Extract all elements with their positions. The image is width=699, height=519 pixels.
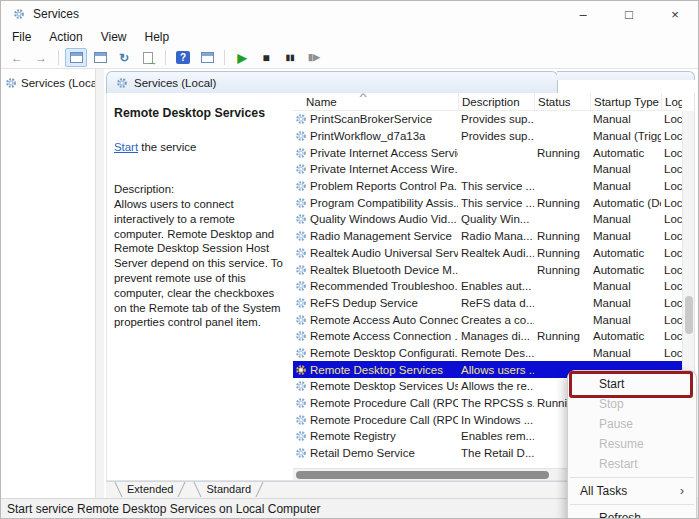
service-description: Enables rem... <box>458 430 534 442</box>
stop-service-button[interactable]: ■ <box>255 48 277 67</box>
export-list-button[interactable]: → <box>137 48 159 67</box>
properties-button[interactable] <box>89 48 111 67</box>
column-header-label: Description <box>462 96 520 108</box>
context-menu-label: Pause <box>599 417 633 431</box>
menu-view[interactable]: View <box>92 28 136 46</box>
service-startup-type: Manual <box>590 297 661 309</box>
service-name: ReFS Dedup Service <box>310 297 418 309</box>
context-menu-item-resume: Resume <box>568 434 696 454</box>
column-header-name[interactable]: Name^ <box>293 93 458 110</box>
service-name: Remote Procedure Call (RPC) <box>310 397 458 409</box>
pause-service-button[interactable]: ▮▮ <box>279 48 301 67</box>
service-startup-type: Manual <box>590 280 661 292</box>
service-status: Running <box>534 247 590 259</box>
service-startup-type: Manual <box>590 314 661 326</box>
start-service-link[interactable]: Start <box>114 141 138 153</box>
horizontal-scrollbar-thumb[interactable] <box>296 471 549 479</box>
maximize-button[interactable]: □ <box>606 1 652 27</box>
service-description: Realtek Audi... <box>458 247 534 259</box>
toolbar-separator <box>165 50 166 65</box>
service-action-suffix: the service <box>138 141 196 153</box>
service-name: Private Internet Access Wire... <box>310 163 458 175</box>
tab-standard[interactable]: Standard <box>197 482 260 498</box>
table-row[interactable]: Problem Reports Control Pa...This servic… <box>293 178 682 195</box>
table-row[interactable]: Remote Access Auto Connec...Creates a co… <box>293 311 682 328</box>
service-name: Remote Desktop Services <box>310 364 443 376</box>
status-text: Start service Remote Desktop Services on… <box>7 502 320 516</box>
service-name: Remote Registry <box>310 430 396 442</box>
column-header-log[interactable]: Log <box>661 93 682 110</box>
table-row[interactable]: Quality Windows Audio Vid...Quality Win.… <box>293 211 682 228</box>
service-name: PrintScanBrokerService <box>310 113 432 125</box>
service-gear-icon <box>295 364 307 376</box>
title-bar: Services –□× <box>1 1 698 27</box>
context-menu-item-refresh[interactable]: Refresh <box>568 508 696 519</box>
service-gear-icon <box>295 264 307 276</box>
service-startup-type: Manual <box>590 113 661 125</box>
menu-file[interactable]: File <box>3 28 40 46</box>
service-startup-type: Manual <box>590 230 661 242</box>
column-header-description[interactable]: Description <box>458 93 534 110</box>
service-name: Realtek Audio Universal Serv... <box>310 247 458 259</box>
column-header-label: Status <box>538 96 571 108</box>
menu-help[interactable]: Help <box>136 28 179 46</box>
context-menu-label: Start <box>599 377 624 391</box>
table-row[interactable]: Realtek Audio Universal Serv...Realtek A… <box>293 245 682 262</box>
table-row[interactable]: PrintWorkflow_d7a13aProvides sup...Manua… <box>293 128 682 145</box>
table-row[interactable]: Private Internet Access ServiceRunningAu… <box>293 144 682 161</box>
show-taskpad-button[interactable] <box>196 48 218 67</box>
service-gear-icon <box>295 347 307 359</box>
service-gear-icon <box>295 280 307 292</box>
context-menu-item-start[interactable]: Start <box>568 374 696 394</box>
minimize-button[interactable]: – <box>560 1 606 27</box>
service-log-on-as: Loc <box>661 314 682 326</box>
service-description: Allows the re... <box>458 380 534 392</box>
menu-action[interactable]: Action <box>40 28 91 46</box>
table-row[interactable]: Radio Management ServiceRadio Mana...Run… <box>293 228 682 245</box>
window-controls: –□× <box>560 1 698 27</box>
service-description: Quality Win... <box>458 213 534 225</box>
close-button[interactable]: × <box>652 1 698 27</box>
panel-splitter[interactable] <box>96 69 104 498</box>
table-row[interactable]: Remote Desktop Configurati...Remote Des.… <box>293 345 682 362</box>
service-name-cell: Realtek Audio Universal Serv... <box>293 247 458 259</box>
forward-button[interactable]: → <box>30 48 52 67</box>
service-description: The RPCSS s... <box>458 397 534 409</box>
column-header-startup-type[interactable]: Startup Type <box>590 93 661 110</box>
tree-item-services-local[interactable]: Services (Local) <box>1 75 95 91</box>
stop-service-icon: ■ <box>262 52 269 64</box>
help-button[interactable]: ? <box>172 48 194 67</box>
table-row[interactable]: ReFS Dedup ServiceReFS data d...ManualLo… <box>293 295 682 312</box>
toolbar: ←→↻→?▶■▮▮▮▶ <box>1 47 698 69</box>
column-header-status[interactable]: Status <box>534 93 590 110</box>
vertical-scrollbar-thumb[interactable] <box>685 296 693 334</box>
content-header-label: Services (Local) <box>134 77 216 89</box>
service-gear-icon <box>295 330 307 342</box>
service-name-cell: Private Internet Access Service <box>293 147 458 159</box>
table-row[interactable]: Remote Access Connection ...Manages di..… <box>293 328 682 345</box>
back-button[interactable]: ← <box>6 48 28 67</box>
service-name: Problem Reports Control Pa... <box>310 180 458 192</box>
menu-separator <box>570 504 694 505</box>
restart-service-button[interactable]: ▮▶ <box>303 48 325 67</box>
service-name: PrintWorkflow_d7a13a <box>310 130 426 142</box>
table-row[interactable]: Realtek Bluetooth Device M...RunningAuto… <box>293 261 682 278</box>
show-taskpad-icon <box>201 52 214 63</box>
tab-extended[interactable]: Extended <box>118 482 182 498</box>
start-service-button[interactable]: ▶ <box>231 48 253 67</box>
show-console-tree-button[interactable] <box>65 48 87 67</box>
table-row[interactable]: Private Internet Access Wire...ManualLoc <box>293 161 682 178</box>
service-gear-icon <box>295 213 307 225</box>
service-log-on-as: Loc <box>661 280 682 292</box>
sort-ascending-icon: ^ <box>360 93 367 102</box>
refresh-button[interactable]: ↻ <box>113 48 135 67</box>
table-row[interactable]: Recommended Troubleshoo...Enables aut...… <box>293 278 682 295</box>
console-tree-panel: Services (Local) <box>1 69 96 498</box>
service-name-cell: Private Internet Access Wire... <box>293 163 458 175</box>
service-name: Quality Windows Audio Vid... <box>310 213 457 225</box>
context-menu-item-all-tasks[interactable]: All Tasks› <box>568 481 696 501</box>
table-row[interactable]: Program Compatibility Assis...This servi… <box>293 194 682 211</box>
table-row[interactable]: PrintScanBrokerServiceProvides sup...Man… <box>293 111 682 128</box>
service-name-cell: Remote Desktop Services <box>293 364 458 376</box>
menu-separator <box>570 477 694 478</box>
